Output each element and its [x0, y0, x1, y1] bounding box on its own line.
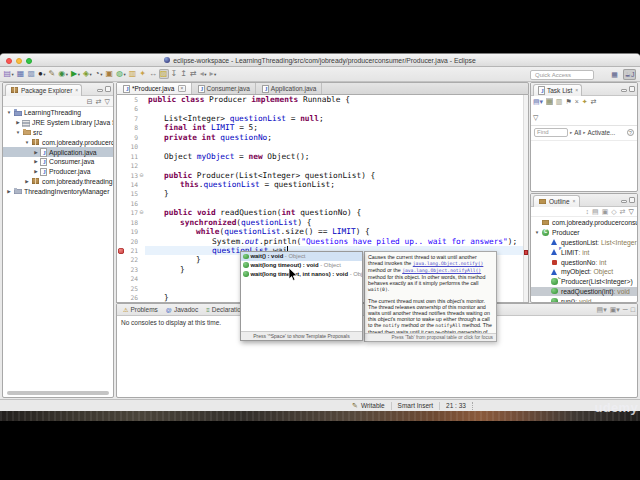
input-mode-status[interactable]: Smart Insert	[398, 402, 433, 409]
link-editor-icon[interactable]: ⇄	[96, 98, 102, 105]
new-task-icon[interactable]: ▤▾	[533, 98, 543, 105]
doc-link[interactable]: java.lang.Object.notifyAll()	[402, 268, 481, 273]
outline-item-myobject[interactable]: myObject : Object	[531, 267, 637, 277]
outline-item-producer[interactable]: ▼Producer	[531, 228, 637, 238]
find-input[interactable]: Find	[534, 128, 568, 137]
tree-item-consumer-java[interactable]: ▶Consumer.java	[3, 157, 113, 167]
link-editor-icon[interactable]: ⇄	[620, 208, 626, 215]
new-class-icon[interactable]: ◍▾	[115, 69, 128, 79]
last-edit-location-icon[interactable]: ⇄	[189, 69, 199, 79]
collapse-all-icon[interactable]: ⊟	[87, 98, 93, 105]
save-icon[interactable]: ▦	[15, 69, 26, 79]
launch-icon[interactable]: ●▾	[36, 69, 47, 79]
tree-item-com-jobready-producerconsumer[interactable]: ▼com.jobready.producerconsumer	[3, 137, 113, 147]
fold-marker-icon[interactable]: ⊖	[138, 208, 145, 217]
synchronize-icon[interactable]: ⇄	[591, 98, 597, 105]
save-all-icon[interactable]: ▩	[26, 69, 37, 79]
outline-tab[interactable]: Outline ×	[533, 195, 580, 207]
close-window-button[interactable]	[6, 58, 12, 64]
doc-link[interactable]: java.lang.Object.notify()	[413, 261, 484, 266]
package-explorer-tab[interactable]: Package Explorer ×	[5, 84, 82, 96]
outline-item-readquestion-int[interactable]: readQuestion(int) : void	[531, 287, 637, 297]
tree-item-threadinginventorymanager[interactable]: ▶ThreadingInventoryManager	[3, 186, 113, 196]
tree-item-com-jobready-threading[interactable]: ▶com.jobready.threading	[3, 177, 113, 187]
line-number-ruler[interactable]: 8	[117, 123, 145, 132]
minimize-icon[interactable]: ─	[623, 306, 628, 313]
line-number-ruler[interactable]: 10	[117, 142, 145, 151]
tree-item-src[interactable]: ▼src	[3, 128, 113, 138]
editor-tab-consumer-java[interactable]: Consumer.java	[192, 83, 256, 94]
code-line-9[interactable]: 9private int questionNo;	[117, 133, 528, 142]
line-number-ruler[interactable]: 21	[117, 246, 145, 255]
run-icon[interactable]: ▶▾	[70, 69, 82, 79]
coverage-icon[interactable]: ◈▾	[81, 69, 93, 79]
mark-occurrences-icon[interactable]: ▨	[159, 69, 170, 79]
line-number-ruler[interactable]: 17⊖	[117, 208, 145, 217]
line-number-ruler[interactable]: 11	[117, 152, 145, 161]
tree-item-producer-java[interactable]: ▶Producer.java	[3, 167, 113, 177]
outline-item-run[interactable]: run() : void	[531, 296, 637, 303]
hide-static-icon[interactable]: ▣	[602, 208, 609, 215]
tab-problems[interactable]: ⚠Problems	[119, 304, 162, 315]
line-number-ruler[interactable]: 15	[117, 189, 145, 198]
activate-link[interactable]: Activate...	[588, 129, 616, 136]
open-console-icon[interactable]: ▤▾	[597, 306, 607, 313]
line-number-ruler[interactable]: 22	[117, 255, 145, 264]
code-line-15[interactable]: 15}	[117, 189, 528, 198]
search-icon[interactable]: ✦	[138, 69, 148, 79]
code-line-8[interactable]: 8final int LIMIT = 5;	[117, 123, 528, 132]
code-line-10[interactable]: 10	[117, 142, 528, 151]
view-menu-icon[interactable]: ▽	[105, 98, 110, 105]
categorized-view-icon[interactable]: ▦	[546, 98, 553, 105]
tree-item-learningthreading[interactable]: ▼LearningThreading	[3, 108, 113, 118]
profile-icon[interactable]: ◔▾	[93, 69, 104, 79]
code-line-5[interactable]: 5public class Producer implements Runnab…	[117, 95, 528, 104]
line-number-ruler[interactable]: 20	[117, 237, 145, 246]
outline-item-questionlist[interactable]: questionList : List<Integer>	[531, 238, 637, 248]
line-number-ruler[interactable]: 19	[117, 227, 145, 236]
sort-icon[interactable]: ↕	[586, 208, 590, 215]
help-icon[interactable]: ?	[627, 129, 634, 136]
code-line-20[interactable]: 20System.out.println("Questions have pil…	[117, 237, 528, 246]
code-line-13[interactable]: 13⊖public Producer(List<Integer> questio…	[117, 171, 528, 180]
tree-item-jre-system-library-java-se-9-9[interactable]: ▶JRE System Library [Java SE 9 [9]]	[3, 118, 113, 128]
outline-item-com-jobready-producerconsumer[interactable]: com.jobready.producerconsumer	[531, 218, 637, 228]
code-line-14[interactable]: 14this.questionList = questionList;	[117, 180, 528, 189]
line-number-ruler[interactable]: 12	[117, 161, 145, 170]
zoom-window-button[interactable]	[26, 58, 32, 64]
maximize-view-icon[interactable]	[629, 86, 635, 92]
minimize-view-icon[interactable]	[621, 200, 627, 203]
close-tab-icon[interactable]: ×	[178, 85, 185, 93]
line-number-ruler[interactable]: 16	[117, 199, 145, 208]
maximize-view-icon[interactable]	[629, 197, 635, 203]
prev-annotation-icon[interactable]: ↥	[179, 69, 189, 79]
scheduled-view-icon[interactable]: ▥	[556, 98, 563, 105]
line-number-ruler[interactable]: 13⊖	[117, 171, 145, 180]
view-menu-icon[interactable]: ▽	[629, 208, 634, 215]
forward-icon[interactable]: ▸▾	[208, 69, 218, 79]
line-number-ruler[interactable]: 25	[117, 284, 145, 293]
external-tools-icon[interactable]: ↔	[148, 69, 159, 79]
search-repository-icon[interactable]: ✦	[582, 98, 588, 105]
line-number-ruler[interactable]: 9	[117, 133, 145, 142]
code-line-7[interactable]: 7List<Integer> questionList = null;	[117, 114, 528, 123]
debug-icon[interactable]: ◉▾	[57, 69, 70, 79]
line-number-ruler[interactable]: 18	[117, 218, 145, 227]
new-java-project-icon[interactable]: ▣	[104, 69, 115, 79]
code-line-18[interactable]: 18synchronized(questionList) {	[117, 218, 528, 227]
maximize-view-icon[interactable]	[105, 86, 111, 92]
java-perspective-icon[interactable]: ☕︎J	[623, 69, 636, 80]
minimize-view-icon[interactable]	[621, 89, 627, 92]
back-icon[interactable]: ◂▾	[198, 69, 208, 79]
view-menu-icon[interactable]: ▽	[533, 114, 538, 121]
fold-marker-icon[interactable]: ⊖	[138, 171, 145, 180]
next-annotation-icon[interactable]: ↧	[169, 69, 179, 79]
line-number-ruler[interactable]: 24	[117, 274, 145, 283]
horizontal-scrollbar[interactable]	[7, 391, 109, 395]
line-number-ruler[interactable]: 23	[117, 265, 145, 274]
outline-item-limit[interactable]: LIMIT : int	[531, 247, 637, 257]
delete-task-icon[interactable]: ×	[575, 98, 579, 105]
close-view-icon[interactable]: ×	[575, 87, 578, 93]
hide-fields-icon[interactable]: ▤	[592, 208, 599, 215]
code-line-11[interactable]: 11Object myObject = new Object();	[117, 152, 528, 161]
